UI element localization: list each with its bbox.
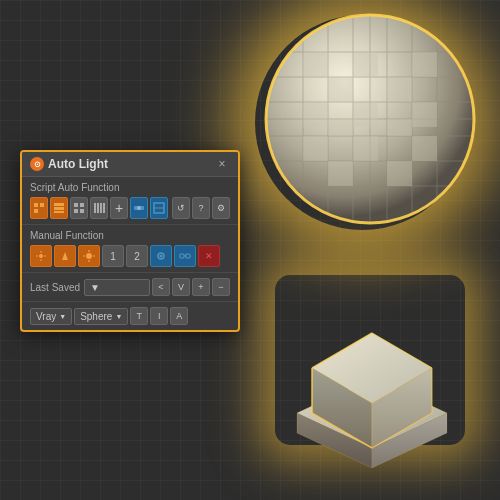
last-saved-section: Last Saved ▼ < V + − <box>22 273 238 302</box>
svg-point-68 <box>86 253 92 259</box>
iso-box-container <box>272 268 472 472</box>
svg-rect-18 <box>412 52 437 77</box>
btn-minus[interactable]: − <box>212 278 230 296</box>
svg-rect-25 <box>387 119 412 136</box>
panel-title-left: ⊙ Auto Light <box>30 157 108 171</box>
svg-rect-22 <box>353 102 378 127</box>
btn-link[interactable] <box>174 245 196 267</box>
svg-point-62 <box>39 254 43 258</box>
btn-num1[interactable]: 1 <box>102 245 124 267</box>
renderer-row: Vray ▼ Sphere ▼ T I A <box>30 307 230 325</box>
svg-rect-21 <box>303 102 328 127</box>
svg-point-74 <box>160 255 163 258</box>
btn-point-light[interactable] <box>30 245 52 267</box>
last-saved-dropdown[interactable]: ▼ <box>84 279 150 296</box>
svg-point-59 <box>137 206 141 210</box>
script-auto-section: Script Auto Function + ↺ <box>22 177 238 225</box>
btn-plus[interactable]: + <box>110 197 128 219</box>
btn-prev[interactable]: < <box>152 278 170 296</box>
svg-rect-49 <box>54 211 64 213</box>
svg-rect-47 <box>54 203 64 206</box>
btn-blue-2[interactable] <box>150 197 168 219</box>
close-button[interactable]: × <box>214 156 230 172</box>
btn-a[interactable]: A <box>170 307 188 325</box>
svg-rect-23 <box>412 102 437 127</box>
svg-rect-53 <box>80 209 84 213</box>
btn-t[interactable]: T <box>130 307 148 325</box>
manual-buttons: 1 2 ✕ <box>30 245 230 267</box>
btn-settings[interactable]: ⚙ <box>212 197 230 219</box>
blender-icon: ⊙ <box>30 157 44 171</box>
svg-rect-54 <box>94 203 96 213</box>
svg-rect-17 <box>353 52 378 77</box>
script-auto-label: Script Auto Function <box>30 182 230 193</box>
btn-spot-light[interactable] <box>54 245 76 267</box>
last-saved-label: Last Saved <box>30 282 80 293</box>
svg-rect-76 <box>186 254 190 258</box>
last-saved-row: Last Saved ▼ < V + − <box>30 278 230 296</box>
btn-grid-2[interactable] <box>90 197 108 219</box>
sphere-container <box>263 12 478 231</box>
svg-rect-51 <box>80 203 84 207</box>
btn-blue-1[interactable] <box>130 197 148 219</box>
btn-add[interactable]: + <box>192 278 210 296</box>
svg-rect-24 <box>328 119 353 136</box>
svg-rect-20 <box>387 77 412 102</box>
svg-rect-55 <box>97 203 99 213</box>
panel-title: Auto Light <box>48 157 108 171</box>
renderer-arrow: ▼ <box>59 313 66 320</box>
btn-sun[interactable] <box>78 245 100 267</box>
svg-rect-28 <box>412 136 437 161</box>
renderer-value: Vray <box>36 311 56 322</box>
svg-rect-52 <box>74 209 78 213</box>
svg-rect-45 <box>40 203 44 207</box>
object-arrow: ▼ <box>115 313 122 320</box>
btn-grid[interactable] <box>70 197 88 219</box>
btn-orange-2[interactable] <box>50 197 68 219</box>
btn-orange-1[interactable] <box>30 197 48 219</box>
renderer-dropdown[interactable]: Vray ▼ <box>30 308 72 325</box>
manual-label: Manual Function <box>30 230 230 241</box>
btn-help[interactable]: ? <box>192 197 210 219</box>
svg-rect-30 <box>387 161 412 186</box>
auto-light-panel: ⊙ Auto Light × Script Auto Function + <box>20 150 240 332</box>
object-value: Sphere <box>80 311 112 322</box>
svg-rect-56 <box>100 203 102 213</box>
script-auto-buttons: + ↺ ? ⚙ <box>30 197 230 219</box>
svg-rect-26 <box>303 136 328 161</box>
svg-marker-67 <box>62 252 68 260</box>
btn-i[interactable]: I <box>150 307 168 325</box>
svg-rect-48 <box>54 207 64 210</box>
btn-v[interactable]: V <box>172 278 190 296</box>
btn-delete[interactable]: ✕ <box>198 245 220 267</box>
svg-rect-29 <box>328 161 353 186</box>
svg-rect-46 <box>34 209 38 213</box>
panel-titlebar: ⊙ Auto Light × <box>22 152 238 177</box>
iso-box-svg <box>272 268 472 468</box>
svg-rect-19 <box>328 77 353 102</box>
svg-rect-50 <box>74 203 78 207</box>
svg-rect-27 <box>353 136 378 161</box>
btn-visibility[interactable] <box>150 245 172 267</box>
btn-num2[interactable]: 2 <box>126 245 148 267</box>
btn-refresh[interactable]: ↺ <box>172 197 190 219</box>
svg-rect-75 <box>180 254 184 258</box>
object-dropdown[interactable]: Sphere ▼ <box>74 308 128 325</box>
sphere-svg <box>263 12 478 227</box>
svg-rect-57 <box>103 203 105 213</box>
svg-rect-44 <box>34 203 38 207</box>
svg-rect-16 <box>303 52 328 77</box>
manual-section: Manual Function 1 2 ✕ <box>22 225 238 273</box>
renderer-section: Vray ▼ Sphere ▼ T I A <box>22 302 238 330</box>
